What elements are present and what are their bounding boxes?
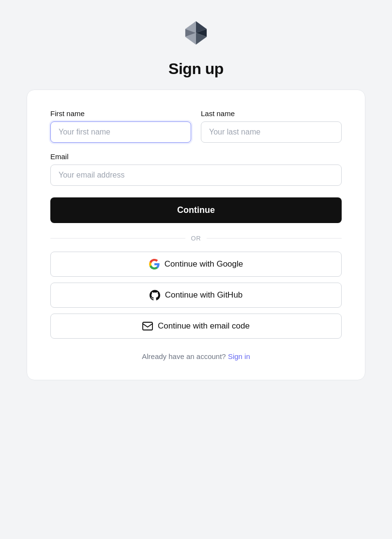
github-button-label: Continue with GitHub bbox=[165, 290, 243, 300]
first-name-label: First name bbox=[50, 109, 191, 118]
already-account-text: Already have an account? bbox=[142, 352, 226, 360]
continue-button[interactable]: Continue bbox=[50, 197, 342, 223]
email-group: Email bbox=[50, 152, 342, 186]
first-name-group: First name bbox=[50, 109, 191, 143]
page-container: Sign up First name Last name Email Conti… bbox=[27, 19, 365, 380]
divider: OR bbox=[50, 235, 342, 242]
divider-line-right bbox=[207, 238, 342, 239]
last-name-group: Last name bbox=[201, 109, 342, 143]
email-icon bbox=[142, 321, 153, 331]
last-name-input[interactable] bbox=[201, 121, 342, 143]
svg-rect-7 bbox=[143, 322, 152, 330]
signin-row: Already have an account? Sign in bbox=[50, 352, 342, 360]
divider-text: OR bbox=[191, 235, 201, 242]
email-input[interactable] bbox=[50, 165, 342, 186]
email-code-button[interactable]: Continue with email code bbox=[50, 314, 342, 339]
github-icon bbox=[150, 290, 160, 300]
signin-link[interactable]: Sign in bbox=[228, 352, 250, 360]
email-label: Email bbox=[50, 152, 342, 161]
first-name-input[interactable] bbox=[50, 121, 191, 143]
email-svg bbox=[142, 322, 153, 330]
logo-container bbox=[182, 19, 210, 48]
github-svg bbox=[150, 290, 160, 300]
email-code-button-label: Continue with email code bbox=[158, 321, 250, 331]
divider-line-left bbox=[50, 238, 185, 239]
google-button-label: Continue with Google bbox=[165, 259, 243, 269]
github-button[interactable]: Continue with GitHub bbox=[50, 283, 342, 308]
google-button[interactable]: Continue with Google bbox=[50, 252, 342, 277]
google-icon bbox=[149, 259, 160, 270]
google-svg bbox=[149, 259, 160, 270]
last-name-label: Last name bbox=[201, 109, 342, 118]
app-logo bbox=[182, 19, 210, 46]
signup-card: First name Last name Email Continue OR bbox=[27, 90, 365, 380]
page-title: Sign up bbox=[168, 60, 224, 78]
name-row: First name Last name bbox=[50, 109, 342, 143]
